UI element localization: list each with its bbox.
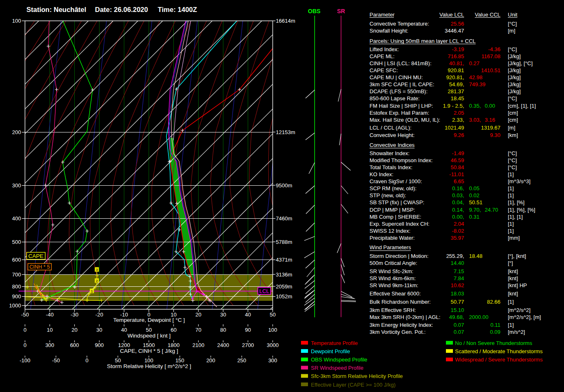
svg-text:150: 150 (175, 357, 185, 364)
svg-text:[mm]: [mm] (508, 235, 520, 241)
svg-text:Value CCL: Value CCL (475, 12, 500, 18)
svg-text:[J/kg]: [J/kg] (508, 81, 521, 87)
svg-text:Scattered / Moderate Thunderst: Scattered / Moderate Thunderstorms (455, 348, 543, 354)
svg-text:OBS: OBS (308, 8, 320, 14)
svg-text:24.70: 24.70 (485, 207, 498, 213)
svg-text:50.51: 50.51 (469, 199, 483, 205)
svg-text:CAPE: CAPE (28, 253, 44, 259)
svg-text:SCP RM (new, old):: SCP RM (new, old): (370, 185, 417, 191)
svg-text:[°]: [°] (508, 260, 513, 266)
svg-text:0.02: 0.02 (469, 192, 479, 198)
svg-text:900: 900 (12, 293, 21, 300)
svg-text:[°], [knt]: [°], [knt] (508, 253, 526, 259)
svg-text:3136m: 3136m (276, 272, 292, 278)
svg-text:300: 300 (12, 182, 21, 189)
svg-text:Estofex Exp. Hail Param:: Estofex Exp. Hail Param: (370, 110, 429, 116)
svg-text:Effective Layer (CAPE >= 100 J: Effective Layer (CAPE >= 100 J/kg) (311, 382, 396, 388)
svg-text:0.07: 0.07 (454, 322, 464, 328)
svg-text:2.33,: 2.33, (452, 117, 464, 123)
svg-text:Date: 26.06.2020: Date: 26.06.2020 (95, 6, 148, 13)
svg-text:200: 200 (12, 129, 21, 135)
svg-text:7460m: 7460m (276, 215, 292, 222)
svg-text:[cm]: [cm] (508, 110, 518, 116)
svg-text:-1.49: -1.49 (452, 150, 464, 156)
svg-text:2059m: 2059m (276, 283, 292, 290)
svg-text:1500: 1500 (143, 342, 155, 348)
svg-text:2: 2 (96, 279, 98, 283)
svg-text:1000: 1000 (9, 302, 21, 309)
svg-text:1410.51: 1410.51 (481, 67, 500, 73)
svg-text:1800: 1800 (168, 342, 180, 348)
svg-text:920.81,: 920.81, (446, 74, 464, 80)
svg-text:2000.00: 2000.00 (469, 314, 488, 320)
svg-text:[J/kg]: [J/kg] (508, 53, 521, 59)
svg-text:-3.19: -3.19 (452, 46, 464, 52)
svg-text:CAPE MU | CINH MU:: CAPE MU | CINH MU: (370, 74, 423, 80)
svg-text:0.27: 0.27 (469, 60, 479, 66)
svg-text:[°C]: [°C] (508, 157, 517, 163)
svg-text:MB Comp | SHERBE:: MB Comp | SHERBE: (370, 214, 421, 220)
svg-text:100: 100 (268, 327, 277, 333)
svg-text:LCL / CCL (AGL):: LCL / CCL (AGL): (370, 125, 412, 131)
svg-text:1021.49: 1021.49 (445, 125, 464, 131)
svg-text:STP (new, old):: STP (new, old): (370, 192, 406, 198)
svg-text:[°C]: [°C] (508, 150, 517, 156)
svg-text:Effective Shear 6000:: Effective Shear 6000: (370, 290, 421, 297)
svg-text:Temperature, Dewpoint [ °C ]: Temperature, Dewpoint [ °C ] (113, 317, 185, 323)
svg-text:50: 50 (146, 327, 152, 333)
svg-text:25.56: 25.56 (450, 21, 464, 27)
svg-text:50: 50 (115, 357, 121, 364)
svg-text:1167.08: 1167.08 (481, 53, 500, 59)
svg-text:3: 3 (96, 268, 98, 272)
svg-text:10.62: 10.62 (450, 282, 464, 288)
svg-text:Value LCL: Value LCL (439, 12, 464, 18)
svg-text:80: 80 (220, 327, 226, 333)
svg-text:749.39: 749.39 (469, 81, 486, 87)
svg-text:500m Critical Angle:: 500m Critical Angle: (370, 260, 417, 266)
svg-text:[knt]: [knt] (508, 268, 518, 274)
svg-text:[1]: [1] (508, 299, 514, 305)
svg-text:716.85: 716.85 (448, 53, 464, 59)
svg-text:LCL: LCL (259, 288, 269, 294)
svg-text:-100: -100 (19, 357, 30, 364)
svg-text:Max. Hail Size (OLD, MU, IL):: Max. Hail Size (OLD, MU, IL): (370, 117, 440, 123)
svg-text:DCP | MMP | MSP:: DCP | MMP | MSP: (370, 207, 415, 213)
svg-text:-30: -30 (71, 312, 78, 318)
svg-text:[cm], [1], [1]: [cm], [1], [1] (508, 103, 536, 109)
svg-text:[°C]: [°C] (508, 95, 517, 102)
svg-text:54.69,: 54.69, (449, 81, 464, 87)
svg-text:1319.67: 1319.67 (481, 125, 500, 131)
svg-text:18.45: 18.45 (450, 95, 464, 102)
svg-text:-40: -40 (46, 312, 54, 318)
svg-text:0.04,: 0.04, (452, 199, 464, 205)
svg-text:250: 250 (237, 357, 246, 364)
svg-text:300: 300 (45, 342, 55, 348)
svg-text:2.05: 2.05 (454, 110, 464, 116)
svg-text:Sfc-3km Storm Relative Helicit: Sfc-3km Storm Relative Helicity Profile (311, 373, 403, 379)
svg-text:Precipitable Water:: Precipitable Water: (370, 235, 415, 241)
svg-text:-50: -50 (21, 312, 29, 318)
svg-text:100: 100 (145, 357, 154, 364)
svg-text:30: 30 (96, 327, 102, 333)
svg-text:100: 100 (12, 18, 21, 24)
svg-text:50: 50 (270, 312, 275, 318)
svg-text:49.68,: 49.68, (449, 314, 464, 320)
svg-text:SR Wind Sfc-2km:: SR Wind Sfc-2km: (370, 268, 413, 274)
svg-text:46.59: 46.59 (450, 157, 464, 163)
svg-text:Parameter: Parameter (370, 12, 395, 18)
svg-text:0.14,: 0.14, (452, 207, 464, 213)
svg-text:FM Hail Size | SHIP | LHP:: FM Hail Size | SHIP | LHP: (370, 103, 433, 109)
svg-text:-11.01: -11.01 (449, 171, 464, 177)
svg-text:4371m: 4371m (276, 257, 292, 263)
svg-text:82.66: 82.66 (487, 299, 500, 305)
svg-text:[°C]: [°C] (508, 164, 517, 170)
svg-text:20: 20 (195, 312, 201, 318)
svg-text:850-600 Lapse Rate:: 850-600 Lapse Rate: (370, 95, 419, 102)
svg-text:SR Wind 9km-11km:: SR Wind 9km-11km: (370, 282, 418, 288)
svg-text:18.03: 18.03 (450, 290, 464, 297)
svg-text:30: 30 (220, 312, 226, 318)
svg-text:15.10: 15.10 (450, 307, 464, 313)
svg-text:20: 20 (71, 327, 77, 333)
svg-text:9.30: 9.30 (490, 132, 500, 138)
svg-text:Snowfall Height:: Snowfall Height: (370, 28, 408, 34)
